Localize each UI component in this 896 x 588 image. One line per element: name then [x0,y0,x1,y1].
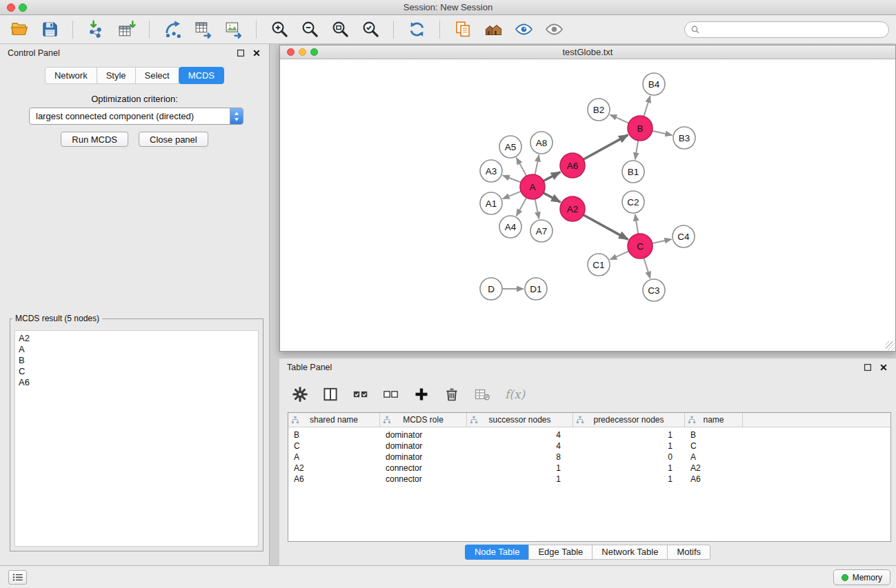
zoom-selected-icon[interactable] [358,19,383,41]
network-edge-A2-C[interactable] [584,215,628,240]
zoom-window-button[interactable] [19,3,27,12]
show-hide-icon[interactable] [541,19,566,41]
search-box[interactable] [684,21,889,38]
delete-row-icon[interactable] [442,385,461,404]
import-table-icon[interactable] [114,19,139,41]
network-node-A[interactable]: A [520,174,545,199]
table-row[interactable]: Bdominator41B [288,429,890,440]
column-header-MCDS-role[interactable]: MCDS role [380,413,467,427]
home-icon[interactable] [481,19,506,41]
export-image-icon[interactable] [221,19,246,41]
save-session-icon[interactable] [37,19,62,41]
add-row-icon[interactable] [412,385,430,404]
style-eye-icon[interactable] [511,19,536,41]
deselect-all-icon[interactable] [381,385,400,404]
network-edge-A-A5[interactable] [517,158,527,176]
network-node-C3[interactable]: C3 [643,279,665,301]
network-node-A7[interactable]: A7 [530,220,552,242]
network-edge-B-B1[interactable] [635,141,638,159]
network-edge-C-C4[interactable] [653,239,672,243]
tab-mcds[interactable]: MCDS [179,67,224,84]
network-node-A1[interactable]: A1 [480,192,502,214]
clone-network-icon[interactable] [160,19,185,41]
tab-node-table[interactable]: Node Table [465,545,530,560]
optimization-dropdown[interactable]: largest connected component (directed) [29,108,243,125]
network-edge-B-B4[interactable] [644,96,650,116]
network-edge-A-A6[interactable] [544,172,560,181]
network-edge-A-A1[interactable] [503,192,521,199]
control-panel-close-button[interactable] [252,48,261,58]
table-panel-float-button[interactable] [863,363,873,372]
network-node-B[interactable]: B [628,116,653,141]
column-header-successor-nodes[interactable]: successor nodes [467,413,573,427]
network-node-C2[interactable]: C2 [622,191,644,213]
network-node-B4[interactable]: B4 [643,73,665,95]
network-node-A8[interactable]: A8 [530,132,552,154]
network-edge-A-A4[interactable] [517,198,527,216]
network-node-A3[interactable]: A3 [480,160,502,182]
tab-style[interactable]: Style [97,67,136,84]
network-edge-C-C1[interactable] [610,251,628,259]
tab-select[interactable]: Select [135,67,179,84]
network-zoom-button[interactable] [310,48,318,56]
copy-view-icon[interactable] [450,19,475,41]
task-history-button[interactable] [8,570,27,585]
export-table-icon[interactable] [190,19,215,41]
control-panel-float-button[interactable] [236,48,246,58]
network-node-D[interactable]: D [480,278,502,300]
network-node-A6[interactable]: A6 [560,153,585,178]
network-node-A5[interactable]: A5 [499,136,521,158]
network-edge-A-A2[interactable] [544,193,561,203]
network-node-C4[interactable]: C4 [673,225,695,247]
network-node-B3[interactable]: B3 [673,127,695,149]
memory-button[interactable]: Memory [833,569,890,585]
network-edge-A-A3[interactable] [503,175,521,182]
resize-grip-icon[interactable] [886,341,895,350]
hide-columns-icon[interactable] [472,385,491,404]
column-header-predecessor-nodes[interactable]: predecessor nodes [573,413,685,427]
network-node-A2[interactable]: A2 [560,196,585,221]
network-edge-C-C2[interactable] [635,214,638,234]
table-cell: dominator [380,430,467,440]
network-node-C1[interactable]: C1 [588,254,610,276]
function-builder-icon[interactable]: f(x) [503,387,527,401]
import-network-icon[interactable] [83,19,108,41]
column-header-shared-name[interactable]: shared name [288,413,380,427]
zoom-out-icon[interactable] [297,19,322,41]
table-row[interactable]: A2connector11A2 [288,463,890,474]
tab-network-table[interactable]: Network Table [592,545,668,560]
gear-icon[interactable] [290,385,309,404]
network-node-D1[interactable]: D1 [525,278,547,300]
table-panel-close-button[interactable] [879,363,888,372]
network-close-button[interactable] [287,48,295,56]
network-edge-A-A7[interactable] [535,199,539,219]
close-window-button[interactable] [7,3,15,12]
network-minimize-button[interactable] [299,48,306,56]
network-edge-A6-B[interactable] [584,135,628,160]
column-header-name[interactable]: name [685,413,743,427]
network-edge-A-A8[interactable] [535,155,539,175]
network-canvas[interactable]: B4B2BB3A5A8A6A3B1AC2A1A2A4A7C4CC1DD1C3 [280,60,895,351]
table-row[interactable]: Adominator80A [288,452,890,463]
run-mcds-button[interactable]: Run MCDS [61,132,128,147]
zoom-in-icon[interactable] [267,19,292,41]
table-row[interactable]: A6connector11A6 [288,474,890,485]
tab-network[interactable]: Network [45,67,97,84]
zoom-fit-icon[interactable] [328,19,352,41]
tab-edge-table[interactable]: Edge Table [528,545,593,560]
tab-motifs[interactable]: Motifs [667,545,710,560]
column-selector-icon[interactable] [321,385,339,404]
network-edge-B-B3[interactable] [653,131,673,135]
table-row[interactable]: Cdominator41C [288,440,890,452]
network-edge-B-B2[interactable] [610,114,628,123]
select-all-icon[interactable] [351,385,370,404]
close-panel-button[interactable]: Close panel [139,132,208,147]
network-node-B1[interactable]: B1 [622,161,644,183]
network-edge-C-C3[interactable] [644,258,650,278]
network-node-A4[interactable]: A4 [499,216,521,238]
apply-layout-icon[interactable] [404,19,429,41]
open-session-icon[interactable] [7,19,32,41]
search-input[interactable] [703,24,883,34]
network-node-C[interactable]: C [628,234,653,258]
network-node-B2[interactable]: B2 [588,99,610,121]
